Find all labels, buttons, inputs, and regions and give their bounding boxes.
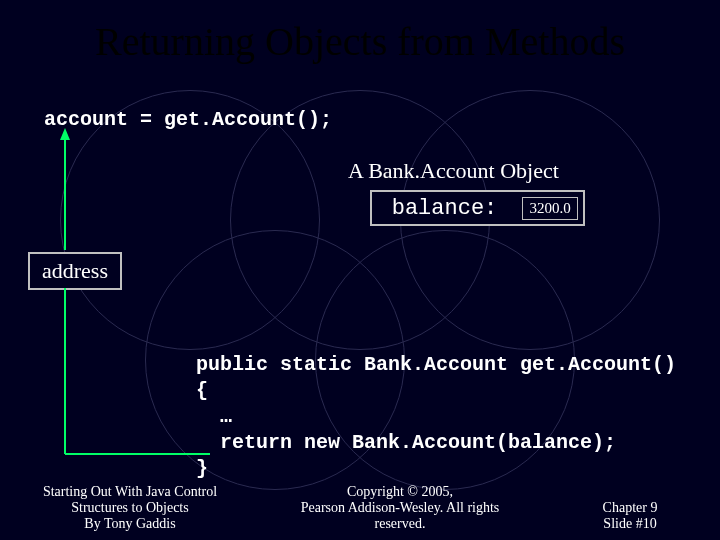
method-close-brace: } xyxy=(196,457,208,480)
footer-center-line3: reserved. xyxy=(280,516,520,532)
footer-center-line2: Pearson Addison-Wesley. All rights xyxy=(280,500,520,516)
footer: Starting Out With Java Control Structure… xyxy=(0,484,720,532)
footer-left-line1: Starting Out With Java Control xyxy=(30,484,230,500)
footer-right-line2: Slide #10 xyxy=(570,516,690,532)
footer-left-line2: Structures to Objects xyxy=(30,500,230,516)
method-code: public static Bank.Account get.Account()… xyxy=(196,352,676,482)
balance-value: 3200.0 xyxy=(522,197,577,220)
object-box: balance: 3200.0 xyxy=(370,190,585,226)
footer-right: Chapter 9 Slide #10 xyxy=(570,500,690,532)
object-heading: A Bank.Account Object xyxy=(348,158,559,184)
method-return: return new Bank.Account(balance); xyxy=(196,431,616,454)
footer-left-line3: By Tony Gaddis xyxy=(30,516,230,532)
footer-center: Copyright © 2005, Pearson Addison-Wesley… xyxy=(280,484,520,532)
balance-value-wrap: 3200.0 xyxy=(517,192,583,224)
footer-center-line1: Copyright © 2005, xyxy=(280,484,520,500)
balance-field-label: balance: xyxy=(372,192,517,224)
method-signature: public static Bank.Account get.Account() xyxy=(196,353,676,376)
method-ellipsis: … xyxy=(196,405,232,428)
method-open-brace: { xyxy=(196,379,208,402)
footer-left: Starting Out With Java Control Structure… xyxy=(30,484,230,532)
slide-title: Returning Objects from Methods xyxy=(0,18,720,65)
assignment-code: account = get.Account(); xyxy=(44,108,332,131)
address-box: address xyxy=(28,252,122,290)
footer-right-line1: Chapter 9 xyxy=(570,500,690,516)
